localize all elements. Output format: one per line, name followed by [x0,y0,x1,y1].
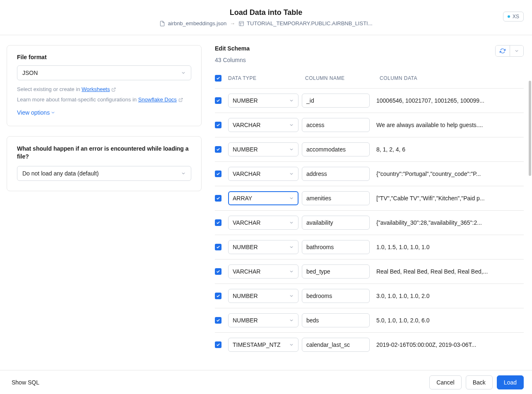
schema-row: NUMBERbathrooms1.0, 1.5, 1.0, 1.0, 1.0 [215,235,524,259]
data-type-select[interactable]: NUMBER [228,313,298,327]
data-type-select[interactable]: VARCHAR [228,264,298,279]
check-icon [216,76,220,80]
data-type-value: NUMBER [233,317,258,324]
data-type-select[interactable]: VARCHAR [228,118,298,132]
column-name-input[interactable]: access [302,118,370,132]
chevron-down-icon [289,269,294,274]
footer-buttons: Cancel Back Load [429,375,524,389]
snowflake-docs-link[interactable]: Snowflake Docs [138,96,177,104]
check-icon [216,196,220,200]
data-type-value: NUMBER [233,293,258,299]
right-panel: Edit Schema 43 Columns DATA TYPE COLUMN … [208,35,532,370]
check-icon [216,147,220,151]
svg-line-3 [113,88,116,90]
svg-line-4 [180,98,182,100]
chevron-down-icon [289,123,294,127]
view-options-label: View options [17,109,50,116]
refresh-button[interactable] [496,46,510,56]
warehouse-badge[interactable]: XS [503,12,524,22]
file-format-select[interactable]: JSON [17,65,191,80]
breadcrumb-target: TUTORIAL_TEMPORARY.PUBLIC.AIRBNB_LISTI..… [238,20,372,26]
column-name-input[interactable]: beds [302,313,370,327]
helper-docs: Learn more about format-specific configu… [17,96,191,104]
breadcrumb-target-label: TUTORIAL_TEMPORARY.PUBLIC.AIRBNB_LISTI..… [247,20,372,26]
worksheets-link[interactable]: Worksheets [82,85,110,94]
column-name-input[interactable]: _id [302,94,370,108]
refresh-icon [500,48,506,54]
column-data-preview: Real Bed, Real Bed, Real Bed, Real Bed,.… [373,268,524,275]
row-checkbox[interactable] [215,219,221,226]
check-icon [216,343,220,347]
error-card-title: What should happen if an error is encoun… [17,145,191,161]
row-checkbox[interactable] [215,244,221,250]
helper-worksheets: Select existing or create in Worksheets [17,85,191,94]
schema-row: VARCHARaccessWe are always available to … [215,113,524,137]
data-type-select[interactable]: VARCHAR [228,216,298,230]
row-checkbox[interactable] [215,293,221,299]
file-format-value: JSON [22,70,38,76]
data-type-select[interactable]: NUMBER [228,94,298,108]
chevron-down-icon [289,171,294,176]
select-all-checkbox[interactable] [215,75,221,82]
more-actions-button[interactable] [510,46,523,56]
data-type-select[interactable]: NUMBER [228,289,298,303]
row-checkbox[interactable] [215,171,221,177]
load-button[interactable]: Load [497,375,524,389]
row-checkbox[interactable] [215,317,221,324]
chevron-down-icon [289,196,294,201]
data-type-select[interactable]: NUMBER [228,142,298,156]
page-title: Load Data into Table [230,8,303,17]
row-checkbox[interactable] [215,146,221,153]
view-options-toggle[interactable]: View options [17,109,55,116]
row-checkbox[interactable] [215,341,221,348]
status-dot-icon [508,15,510,18]
error-option-select[interactable]: Do not load any data (default) [17,166,191,181]
file-icon [159,21,165,26]
column-name-input[interactable]: amenities [302,191,370,205]
column-name-input[interactable]: bedrooms [302,289,370,303]
data-type-select[interactable]: NUMBER [228,240,298,254]
check-icon [216,98,220,103]
data-type-value: NUMBER [233,146,258,153]
chevron-down-icon [289,318,294,323]
scrollbar-thumb[interactable] [529,81,531,176]
column-data-preview: 10006546, 10021707, 1001265, 100099... [373,97,524,104]
schema-row: TIMESTAMP_NTZcalendar_last_sc2019-02-16T… [215,332,524,357]
column-data-preview: {"country":"Portugal","country_code":"P.… [373,171,524,177]
column-name-input[interactable]: bathrooms [302,240,370,254]
show-sql-link[interactable]: Show SQL [12,379,39,386]
row-checkbox[interactable] [215,122,221,128]
data-type-select[interactable]: VARCHAR [228,167,298,181]
schema-column-headers: DATA TYPE COLUMN NAME COLUMN DATA [215,72,524,88]
left-panel: File format JSON Select existing or crea… [0,35,208,370]
schema-rows-container[interactable]: NUMBER_id10006546, 10021707, 1001265, 10… [215,88,524,370]
check-icon [216,294,220,298]
check-icon [216,245,220,249]
column-name-input[interactable]: bed_type [302,264,370,279]
column-name-input[interactable]: accommodates [302,142,370,156]
row-checkbox[interactable] [215,268,221,275]
data-type-value: VARCHAR [233,122,260,128]
data-type-select[interactable]: ARRAY [228,191,298,205]
file-format-title: File format [17,54,191,60]
column-name-input[interactable]: calendar_last_sc [302,338,370,352]
chevron-down-icon [289,245,294,250]
column-name-input[interactable]: address [302,167,370,181]
column-data-preview: 5.0, 1.0, 1.0, 2.0, 6.0 [373,317,524,324]
row-checkbox[interactable] [215,97,221,104]
data-type-select[interactable]: TIMESTAMP_NTZ [228,338,298,352]
column-data-preview: 3.0, 1.0, 1.0, 1.0, 2.0 [373,293,524,299]
schema-row: NUMBERaccommodates8, 1, 2, 4, 6 [215,137,524,161]
main-content: File format JSON Select existing or crea… [0,35,532,370]
back-button[interactable]: Back [466,375,493,389]
row-checkbox[interactable] [215,195,221,202]
schema-header: Edit Schema 43 Columns [215,45,524,70]
cancel-button[interactable]: Cancel [429,375,462,389]
column-data-preview: 2019-02-16T05:00:00Z, 2019-03-06T... [373,341,524,348]
column-name-input[interactable]: availability [302,216,370,230]
error-handling-card: What should happen if an error is encoun… [7,136,202,191]
chevron-down-icon [289,220,294,225]
edit-schema-title: Edit Schema [215,45,250,52]
column-data-preview: {"availability_30":28,"availability_365"… [373,219,524,226]
data-type-value: NUMBER [233,244,258,250]
